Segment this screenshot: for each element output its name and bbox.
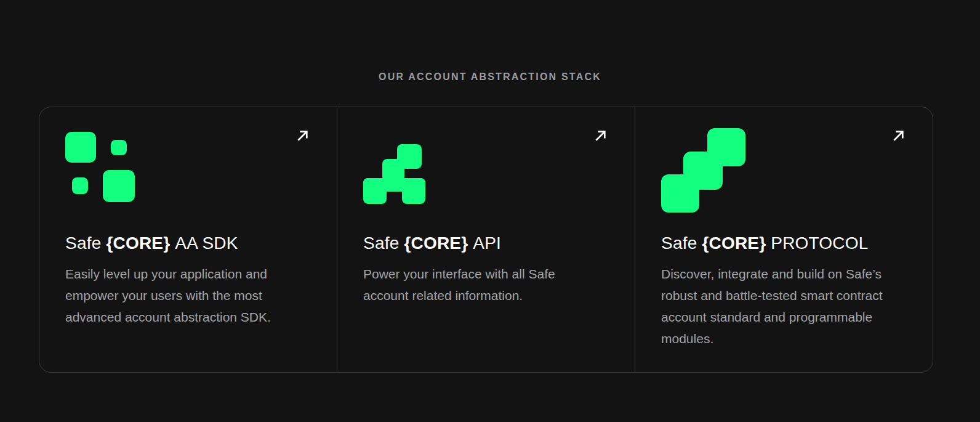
external-link-arrow-icon[interactable] bbox=[295, 129, 310, 143]
card-title-core: {CORE} bbox=[106, 233, 170, 253]
card-safe-core-protocol[interactable]: Safe{CORE}PROTOCOL Discover, integrate a… bbox=[635, 107, 933, 372]
external-link-arrow-icon[interactable] bbox=[891, 129, 906, 143]
card-title-prefix: Safe bbox=[661, 233, 697, 253]
card-title-suffix: PROTOCOL bbox=[771, 233, 868, 253]
card-title: Safe{CORE}API bbox=[363, 233, 608, 253]
card-safe-core-api[interactable]: Safe{CORE}API Power your interface with … bbox=[337, 107, 635, 372]
section-label: OUR ACCOUNT ABSTRACTION STACK bbox=[0, 71, 980, 83]
external-link-arrow-icon[interactable] bbox=[593, 129, 608, 143]
card-title-core: {CORE} bbox=[702, 233, 766, 253]
pixel-figure-glyph bbox=[363, 144, 425, 204]
card-safe-core-aa-sdk[interactable]: Safe{CORE}AA SDK Easily level up your ap… bbox=[39, 107, 337, 372]
card-title-suffix: AA SDK bbox=[175, 233, 238, 253]
aa-stack-cards: Safe{CORE}AA SDK Easily level up your ap… bbox=[39, 107, 933, 373]
card-title: Safe{CORE}PROTOCOL bbox=[661, 233, 906, 253]
arrow-up-right-glyph bbox=[891, 129, 906, 143]
card-title-suffix: API bbox=[473, 233, 501, 253]
card-title: Safe{CORE}AA SDK bbox=[65, 233, 310, 253]
card-title-prefix: Safe bbox=[65, 233, 101, 253]
pixel-stairs-glyph bbox=[661, 128, 745, 213]
pixel-stairs-icon bbox=[661, 128, 906, 233]
pixel-figure-icon bbox=[363, 128, 608, 233]
card-description: Discover, integrate and build on Safe’s … bbox=[661, 263, 906, 349]
card-title-prefix: Safe bbox=[363, 233, 399, 253]
arrow-up-right-glyph bbox=[295, 129, 310, 143]
card-description: Power your interface with all Safe accou… bbox=[363, 263, 608, 306]
card-description: Easily level up your application and emp… bbox=[65, 263, 310, 328]
scattered-squares-glyph bbox=[65, 132, 135, 202]
card-title-core: {CORE} bbox=[404, 233, 468, 253]
scattered-squares-icon bbox=[65, 128, 310, 233]
arrow-up-right-glyph bbox=[593, 129, 608, 143]
